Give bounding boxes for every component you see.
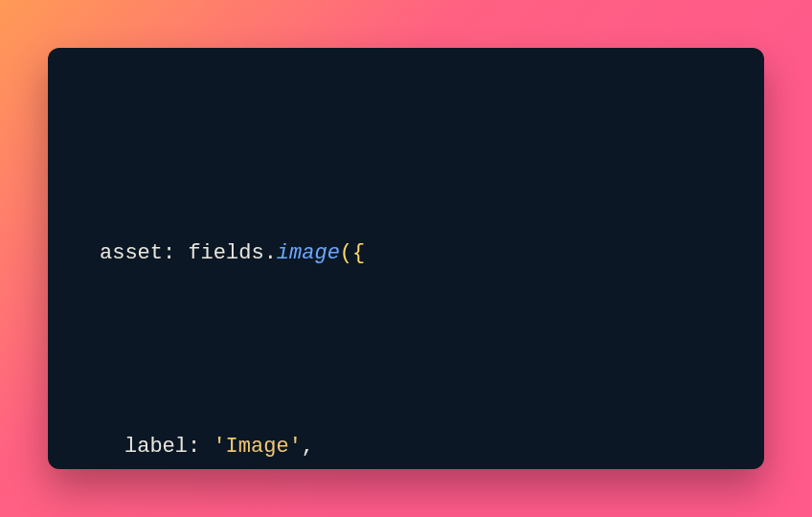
code-line-2: label: 'Image', (48, 423, 764, 469)
token-dot: . (264, 241, 277, 265)
code-window: asset: fields.image({ label: 'Image', di… (48, 48, 764, 469)
token-paren-open: ( (340, 241, 352, 265)
token-colon: : (163, 241, 188, 265)
token-key: asset (100, 241, 163, 265)
token-comma: , (302, 435, 314, 459)
code-line-1: asset: fields.image({ (48, 230, 764, 279)
token-method: image (277, 241, 340, 265)
token-key: label (124, 435, 188, 459)
code-block: asset: fields.image({ label: 'Image', di… (48, 84, 764, 469)
token-identifier: fields (188, 241, 263, 265)
token-colon: : (188, 435, 213, 459)
token-string: 'Image' (213, 435, 301, 459)
token-brace-open: { (352, 241, 365, 265)
